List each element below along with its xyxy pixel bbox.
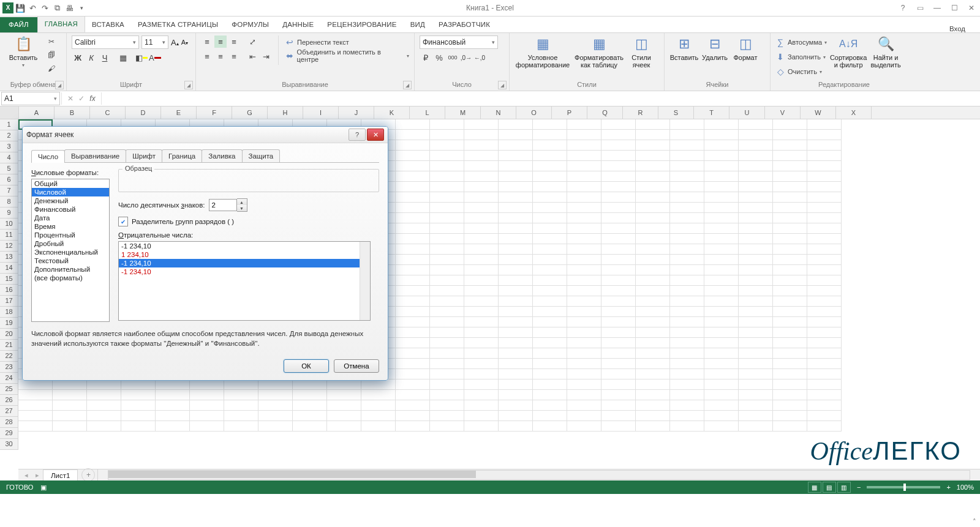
cell[interactable] bbox=[704, 307, 739, 317]
cell[interactable] bbox=[704, 369, 739, 379]
cell[interactable] bbox=[567, 130, 601, 140]
cell[interactable] bbox=[258, 421, 293, 432]
cell[interactable] bbox=[670, 400, 704, 411]
col-header[interactable]: A bbox=[19, 107, 55, 119]
col-header[interactable]: D bbox=[126, 107, 161, 119]
cell[interactable] bbox=[601, 359, 636, 369]
cell[interactable] bbox=[670, 171, 704, 182]
cell[interactable] bbox=[704, 265, 739, 275]
cell[interactable] bbox=[739, 286, 773, 296]
row-header[interactable]: 27 bbox=[0, 406, 18, 417]
cell[interactable] bbox=[533, 223, 567, 234]
col-header[interactable]: W bbox=[801, 107, 836, 119]
cell[interactable] bbox=[396, 400, 430, 411]
cell[interactable] bbox=[121, 379, 156, 390]
cell[interactable] bbox=[121, 421, 156, 432]
cell[interactable] bbox=[601, 244, 636, 255]
cell[interactable] bbox=[773, 400, 807, 411]
cell[interactable] bbox=[704, 348, 739, 359]
col-header[interactable]: N bbox=[481, 107, 516, 119]
ok-button[interactable]: ОК bbox=[284, 359, 329, 373]
tab-developer[interactable]: РАЗРАБОТЧИК bbox=[432, 17, 497, 32]
cell[interactable] bbox=[567, 317, 601, 327]
row-header[interactable]: 29 bbox=[0, 428, 18, 439]
cell[interactable] bbox=[739, 369, 773, 379]
help-icon[interactable]: ? bbox=[894, 2, 911, 14]
delete-cells-button[interactable]: ⊟Удалить bbox=[700, 36, 729, 61]
cell[interactable] bbox=[807, 130, 842, 140]
cell[interactable] bbox=[807, 348, 842, 359]
cell[interactable] bbox=[567, 161, 601, 171]
cell[interactable] bbox=[533, 171, 567, 182]
cell[interactable] bbox=[396, 151, 430, 161]
cell[interactable] bbox=[396, 234, 430, 244]
cell[interactable] bbox=[739, 119, 773, 130]
cell[interactable] bbox=[704, 161, 739, 171]
minimize-button[interactable]: — bbox=[929, 2, 946, 14]
cell[interactable] bbox=[670, 307, 704, 317]
cell[interactable] bbox=[807, 203, 842, 213]
cell[interactable] bbox=[499, 255, 533, 265]
col-header[interactable]: L bbox=[410, 107, 445, 119]
col-header[interactable]: M bbox=[445, 107, 481, 119]
cell[interactable] bbox=[636, 327, 670, 338]
cell[interactable] bbox=[704, 296, 739, 307]
cell[interactable] bbox=[464, 223, 499, 234]
cell[interactable] bbox=[601, 275, 636, 286]
cell[interactable] bbox=[533, 296, 567, 307]
cell[interactable] bbox=[464, 390, 499, 400]
cell[interactable] bbox=[636, 338, 670, 348]
cell[interactable] bbox=[567, 171, 601, 182]
normal-view-icon[interactable]: ▦ bbox=[808, 482, 821, 493]
cell[interactable] bbox=[807, 411, 842, 421]
cell[interactable] bbox=[601, 369, 636, 379]
cell[interactable] bbox=[499, 234, 533, 244]
cell[interactable] bbox=[601, 390, 636, 400]
cell[interactable] bbox=[567, 265, 601, 275]
cell[interactable] bbox=[533, 140, 567, 151]
cell[interactable] bbox=[739, 275, 773, 286]
zoom-in-icon[interactable]: + bbox=[946, 484, 950, 491]
cell[interactable] bbox=[670, 359, 704, 369]
copy-icon[interactable]: 🗐 bbox=[45, 49, 58, 61]
cell[interactable] bbox=[670, 140, 704, 151]
cell[interactable] bbox=[773, 140, 807, 151]
cell[interactable] bbox=[773, 307, 807, 317]
cell[interactable] bbox=[739, 182, 773, 192]
cell[interactable] bbox=[739, 307, 773, 317]
cell[interactable] bbox=[636, 275, 670, 286]
cell[interactable] bbox=[567, 296, 601, 307]
cell[interactable] bbox=[636, 140, 670, 151]
dialog-tab-fill[interactable]: Заливка bbox=[202, 149, 242, 162]
negative-item[interactable]: 1 234,10 bbox=[119, 250, 370, 259]
cell[interactable] bbox=[18, 411, 53, 421]
cancel-formula-icon[interactable]: ✕ bbox=[66, 94, 75, 103]
cell[interactable] bbox=[464, 296, 499, 307]
cell[interactable] bbox=[567, 234, 601, 244]
cell[interactable] bbox=[464, 244, 499, 255]
cell[interactable] bbox=[430, 255, 464, 265]
cell[interactable] bbox=[670, 411, 704, 421]
cell[interactable] bbox=[533, 244, 567, 255]
cell[interactable] bbox=[361, 390, 396, 400]
cell[interactable] bbox=[773, 265, 807, 275]
cell[interactable] bbox=[739, 317, 773, 327]
cell[interactable] bbox=[156, 411, 190, 421]
cell[interactable] bbox=[464, 275, 499, 286]
cell[interactable] bbox=[773, 286, 807, 296]
cell[interactable] bbox=[739, 192, 773, 203]
cell[interactable] bbox=[636, 265, 670, 275]
bold-icon[interactable]: Ж bbox=[72, 51, 84, 64]
cell[interactable] bbox=[773, 296, 807, 307]
cell[interactable] bbox=[636, 359, 670, 369]
dialog-tab-number[interactable]: Число bbox=[31, 150, 65, 163]
cell[interactable] bbox=[670, 421, 704, 432]
cell[interactable] bbox=[430, 265, 464, 275]
cell[interactable] bbox=[567, 213, 601, 223]
cell[interactable] bbox=[87, 390, 121, 400]
cell[interactable] bbox=[773, 203, 807, 213]
font-color-icon[interactable]: A bbox=[149, 51, 161, 64]
cell[interactable] bbox=[601, 182, 636, 192]
cell[interactable] bbox=[224, 421, 258, 432]
cell[interactable] bbox=[601, 400, 636, 411]
